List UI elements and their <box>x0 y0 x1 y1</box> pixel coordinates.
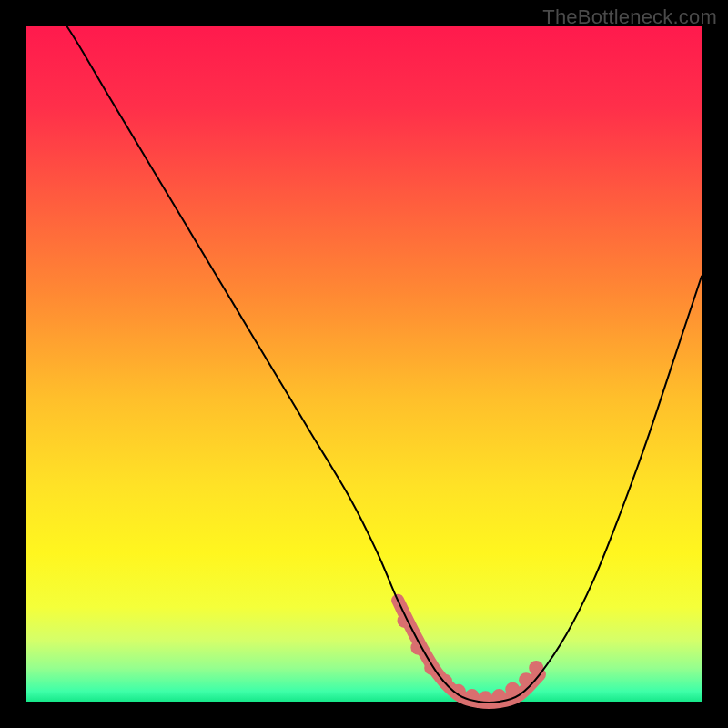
chart-frame: TheBottleneck.com <box>0 0 728 728</box>
highlight-dot <box>505 682 520 697</box>
bottleneck-curve <box>26 0 702 703</box>
curve-layer <box>26 26 702 702</box>
plot-area <box>26 26 702 702</box>
watermark-text: TheBottleneck.com <box>542 5 717 29</box>
